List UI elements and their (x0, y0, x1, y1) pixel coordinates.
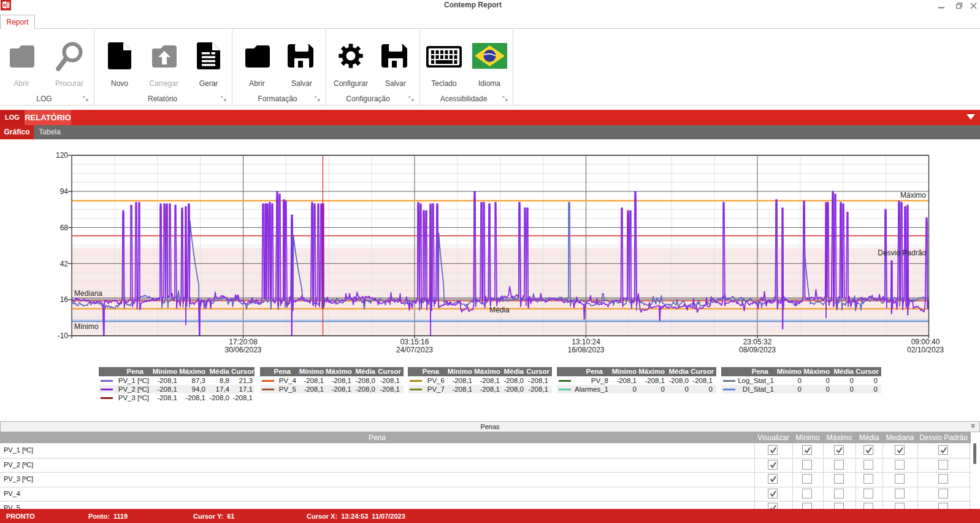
svg-text:Máximo: Máximo (900, 191, 926, 200)
svg-text:08/09/2023: 08/09/2023 (739, 346, 776, 354)
svg-text:120: 120 (56, 151, 68, 160)
svg-text:94: 94 (60, 187, 69, 196)
svg-text:Desvio Padrão: Desvio Padrão (878, 249, 926, 257)
svg-text:13:10:24: 13:10:24 (572, 338, 600, 346)
svg-text:Mediana: Mediana (74, 289, 102, 298)
svg-text:-10: -10 (58, 331, 69, 340)
svg-text:Mínimo: Mínimo (74, 322, 99, 331)
svg-text:Média: Média (489, 306, 510, 314)
svg-text:03:15:16: 03:15:16 (400, 338, 429, 346)
svg-text:09:00:40: 09:00:40 (911, 338, 940, 346)
svg-text:16: 16 (60, 295, 69, 304)
svg-text:17:20:08: 17:20:08 (229, 338, 258, 346)
svg-text:68: 68 (60, 223, 69, 232)
svg-text:23:05:32: 23:05:32 (743, 338, 772, 346)
svg-text:30/06/2023: 30/06/2023 (224, 346, 261, 354)
svg-text:02/10/2023: 02/10/2023 (907, 346, 944, 354)
svg-text:24/07/2023: 24/07/2023 (396, 346, 433, 354)
svg-text:16/08/2023: 16/08/2023 (567, 346, 604, 354)
svg-text:42: 42 (60, 260, 69, 268)
